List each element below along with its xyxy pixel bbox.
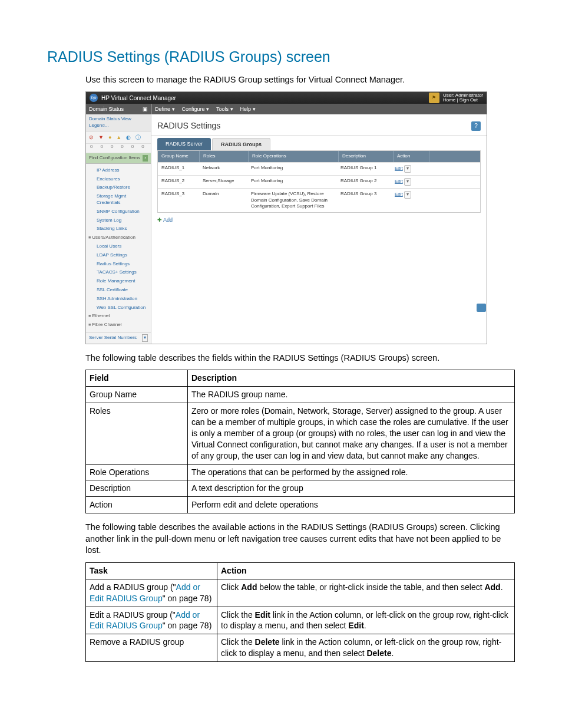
nav-item[interactable]: SSL Certificate xyxy=(97,286,151,295)
edit-link[interactable]: Edit xyxy=(395,166,403,171)
td-desc: Zero or more roles (Domain, Network, Sto… xyxy=(188,403,515,464)
nav-item[interactable]: LDAP Settings xyxy=(97,251,151,260)
user-links[interactable]: Home | Sign Out xyxy=(443,98,483,103)
td-desc: The RADIUS group name. xyxy=(188,387,515,403)
sidebar-domain-status[interactable]: Domain Status xyxy=(89,106,124,113)
screenshot: hp HP Virtual Connect Manager ⚑ User: Ad… xyxy=(85,91,487,344)
cell-roles: Server,Storage xyxy=(199,176,247,187)
panel-title: RADIUS Settings xyxy=(157,120,220,131)
status-icon-row: ⊘▼●▲◐ⓘ xyxy=(86,131,151,144)
col-roles: Roles xyxy=(200,151,249,162)
action-dropdown-icon[interactable]: ▾ xyxy=(404,178,411,186)
col-group-name: Group Name xyxy=(158,151,200,162)
add-button[interactable]: Add xyxy=(151,213,487,227)
grid-row[interactable]: RADIUS_3 Domain Firmware Update (VCSU), … xyxy=(158,188,480,212)
tasks-table: Task Action Add a RADIUS group ("Add or … xyxy=(85,562,515,662)
th-field: Field xyxy=(86,370,188,387)
action-dropdown-icon[interactable]: ▾ xyxy=(404,191,411,199)
hp-logo-icon: hp xyxy=(90,94,98,102)
tasks-intro: The following table describes the availa… xyxy=(85,522,515,556)
sidebar-domain-sub[interactable]: Domain Status View Legend... xyxy=(86,114,151,131)
nav-item[interactable]: Radius Settings xyxy=(97,260,151,269)
cell-roles: Network xyxy=(199,163,247,174)
nav-item[interactable]: System Log xyxy=(97,216,151,225)
sidebar-foot[interactable]: Server Serial Numbers xyxy=(89,335,137,341)
groups-grid: Group Name Roles Role Operations Descrip… xyxy=(157,150,481,213)
td-action: Click the Delete link in the Action colu… xyxy=(217,634,515,662)
td-field: Roles xyxy=(86,403,188,464)
cell-name: RADIUS_3 xyxy=(158,189,199,200)
nav-item[interactable]: Storage Mgmt Credentials xyxy=(97,192,151,207)
th-task: Task xyxy=(86,562,217,579)
col-action: Action xyxy=(394,151,429,162)
menu-configure[interactable]: Configure ▾ xyxy=(182,106,210,113)
cell-name: RADIUS_2 xyxy=(158,176,199,187)
td-action: Click the Edit link in the Action column… xyxy=(217,607,515,634)
menu-help[interactable]: Help ▾ xyxy=(240,106,256,113)
nav-category-ethernet[interactable]: Ethernet xyxy=(88,312,151,321)
sidebar: Domain Status▣ Domain Status View Legend… xyxy=(86,104,151,343)
action-dropdown-icon[interactable]: ▾ xyxy=(404,165,411,173)
cell-desc: RADIUS Group 2 xyxy=(337,176,391,187)
intro-text: Use this screen to manage the RADIUS Gro… xyxy=(85,74,515,86)
menu-tools[interactable]: Tools ▾ xyxy=(216,106,233,113)
cell-roles: Domain xyxy=(199,189,247,200)
nav-item[interactable]: Enclosures xyxy=(97,175,151,184)
nav-category-fibre[interactable]: Fibre Channel xyxy=(88,321,151,330)
cell-ops: Port Monitoring xyxy=(247,176,337,187)
td-desc: Perform edit and delete operations xyxy=(188,497,515,513)
edit-link[interactable]: Edit xyxy=(395,179,403,184)
nav-item[interactable]: Backup/Restore xyxy=(97,183,151,192)
chevron-right-icon[interactable]: › xyxy=(143,155,148,162)
nav-item[interactable]: SSH Administration xyxy=(97,295,151,304)
grid-row[interactable]: RADIUS_2 Server,Storage Port Monitoring … xyxy=(158,175,480,188)
th-action: Action xyxy=(217,562,515,579)
th-description: Description xyxy=(188,370,515,387)
grid-row[interactable]: RADIUS_1 Network Port Monitoring RADIUS … xyxy=(158,162,480,175)
col-description: Description xyxy=(339,151,394,162)
nav-item[interactable]: SNMP Configuration xyxy=(97,207,151,216)
nav-item[interactable]: TACACS+ Settings xyxy=(97,268,151,277)
fields-intro: The following table describes the fields… xyxy=(85,353,515,364)
td-task: Remove a RADIUS group xyxy=(86,634,217,662)
alert-icon[interactable]: ⚑ xyxy=(429,93,439,103)
cell-desc: RADIUS Group 1 xyxy=(337,163,391,174)
col-role-ops: Role Operations xyxy=(249,151,339,162)
chat-icon[interactable] xyxy=(477,304,486,312)
td-desc: A text description for the group xyxy=(188,480,515,497)
cell-desc: RADIUS Group 3 xyxy=(337,189,391,200)
nav-item[interactable]: IP Address xyxy=(97,166,151,175)
tab-radius-server[interactable]: RADIUS Server xyxy=(157,138,211,150)
td-field: Description xyxy=(86,480,188,497)
nav-category-users[interactable]: Users/Authentication xyxy=(88,233,151,242)
edit-link[interactable]: Edit xyxy=(395,192,403,197)
td-field: Group Name xyxy=(86,387,188,403)
cell-ops: Firmware Update (VCSU), Restore Domain C… xyxy=(247,189,337,212)
chevron-down-icon[interactable]: ▾ xyxy=(142,334,148,342)
collapse-icon[interactable]: ▣ xyxy=(143,106,148,113)
nav-item[interactable]: Role Management xyxy=(97,277,151,286)
menu-define[interactable]: Define ▾ xyxy=(155,106,175,113)
td-task: Edit a RADIUS group ("Add or Edit RADIUS… xyxy=(86,607,217,634)
find-label: Find Configuration Items xyxy=(89,155,140,162)
app-title: HP Virtual Connect Manager xyxy=(101,94,176,103)
td-field: Role Operations xyxy=(86,464,188,480)
page-heading: RADIUS Settings (RADIUS Groups) screen xyxy=(47,47,515,67)
nav-item[interactable]: Local Users xyxy=(97,242,151,251)
help-icon[interactable]: ? xyxy=(471,121,481,131)
tab-radius-groups[interactable]: RADIUS Groups xyxy=(212,138,270,150)
fields-table: Field Description Group NameThe RADIUS g… xyxy=(85,370,515,513)
menubar: Define ▾ Configure ▾ Tools ▾ Help ▾ xyxy=(151,104,487,114)
nav-list: IP Address Enclosures Backup/Restore Sto… xyxy=(86,164,151,332)
cell-name: RADIUS_1 xyxy=(158,163,199,174)
nav-item[interactable]: Stacking Links xyxy=(97,225,151,233)
td-action: Click Add below the table, or right-clic… xyxy=(217,579,515,607)
nav-item[interactable]: Web SSL Configuration xyxy=(97,304,151,312)
td-field: Action xyxy=(86,497,188,513)
td-desc: The operations that can be performed by … xyxy=(188,464,515,480)
td-task: Add a RADIUS group ("Add or Edit RADIUS … xyxy=(86,579,217,607)
cell-ops: Port Monitoring xyxy=(247,163,337,174)
